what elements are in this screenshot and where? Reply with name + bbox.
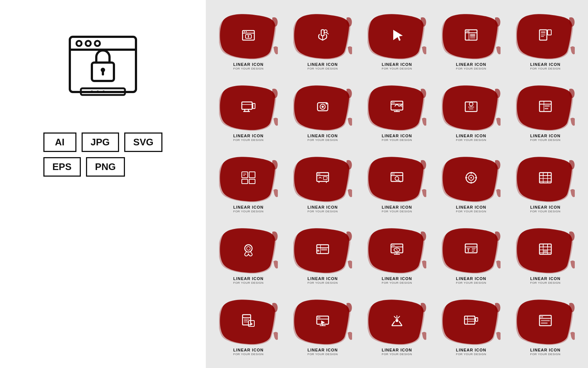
icon-cell-1: LINEAR ICONFOR YOUR DESIGN: [287, 7, 358, 75]
icon-cell-23: LINEAR ICONFOR YOUR DESIGN: [436, 293, 506, 361]
icon-cell-2: LINEAR ICONFOR YOUR DESIGN: [362, 7, 432, 75]
icon-label-sub-9: FOR YOUR DESIGN: [530, 138, 561, 142]
icon-label-main-21: LINEAR ICON: [308, 348, 338, 353]
svg-point-156: [541, 316, 542, 317]
camera-icon: [315, 99, 330, 116]
icon-cell-11: LINEAR ICONFOR YOUR DESIGN: [287, 150, 358, 218]
document-icon: [241, 313, 256, 330]
icon-label-sub-18: FOR YOUR DESIGN: [456, 281, 487, 285]
brush-container-12: [368, 155, 426, 203]
brush-container-1: [293, 12, 352, 60]
icon-label-main-9: LINEAR ICON: [530, 134, 561, 138]
svg-point-3: [86, 41, 91, 46]
svg-point-69: [318, 173, 319, 174]
brush-container-17: [368, 226, 426, 274]
svg-point-70: [319, 173, 320, 174]
icon-label-sub-10: FOR YOUR DESIGN: [233, 210, 264, 213]
left-panel: AI JPG SVG EPS PNG: [0, 0, 206, 368]
icon-label-6: LINEAR ICONFOR YOUR DESIGN: [308, 134, 338, 142]
browser-code-icon: [464, 28, 478, 45]
svg-point-10: [97, 91, 99, 93]
svg-point-2: [76, 41, 82, 46]
icon-label-main-6: LINEAR ICON: [308, 134, 338, 138]
icon-cell-19: LINEAR ICONFOR YOUR DESIGN: [510, 222, 581, 289]
svg-rect-60: [545, 108, 548, 109]
svg-point-28: [466, 31, 467, 32]
icon-label-main-12: LINEAR ICON: [382, 205, 412, 210]
icon-label-2: LINEAR ICONFOR YOUR DESIGN: [382, 62, 412, 71]
web-lock-icon: [241, 28, 256, 45]
icon-label-main-18: LINEAR ICON: [456, 276, 487, 281]
hand-icon: [315, 28, 330, 45]
icon-label-main-23: LINEAR ICON: [456, 348, 487, 353]
svg-point-100: [317, 250, 319, 252]
icon-label-sub-5: FOR YOUR DESIGN: [233, 138, 264, 142]
icon-label-19: LINEAR ICONFOR YOUR DESIGN: [530, 276, 561, 285]
svg-marker-49: [399, 104, 402, 107]
icon-label-21: LINEAR ICONFOR YOUR DESIGN: [308, 348, 338, 356]
icon-label-main-7: LINEAR ICON: [382, 134, 412, 138]
brush-container-16: [293, 226, 352, 274]
badge-jpg: JPG: [82, 132, 119, 152]
icon-label-main-17: LINEAR ICON: [382, 276, 412, 281]
icon-label-15: LINEAR ICONFOR YOUR DESIGN: [233, 276, 264, 285]
svg-rect-71: [323, 177, 327, 180]
brush-container-19: [516, 226, 575, 274]
icon-label-sub-24: FOR YOUR DESIGN: [530, 353, 561, 356]
svg-rect-59: [545, 105, 550, 107]
icon-label-sub-2: FOR YOUR DESIGN: [382, 67, 412, 71]
icon-cell-9: LINEAR ICONFOR YOUR DESIGN: [510, 79, 581, 146]
video-icon: [315, 313, 330, 330]
icon-label-sub-13: FOR YOUR DESIGN: [456, 210, 487, 213]
calendar-icon: [538, 170, 553, 187]
svg-point-96: [247, 247, 250, 250]
icon-label-sub-7: FOR YOUR DESIGN: [382, 138, 412, 142]
brush-container-5: [219, 84, 278, 131]
icon-label-sub-21: FOR YOUR DESIGN: [308, 353, 338, 356]
browser-bar-icon: [464, 313, 478, 330]
svg-point-76: [392, 173, 393, 174]
svg-rect-26: [470, 34, 475, 37]
icon-label-sub-17: FOR YOUR DESIGN: [382, 281, 412, 285]
icon-label-16: LINEAR ICONFOR YOUR DESIGN: [308, 276, 338, 285]
icon-cell-21: LINEAR ICONFOR YOUR DESIGN: [287, 293, 358, 361]
main-icon-container: [59, 15, 147, 103]
icon-label-main-5: LINEAR ICON: [233, 134, 264, 138]
icon-label-12: LINEAR ICONFOR YOUR DESIGN: [382, 205, 412, 213]
icon-label-main-8: LINEAR ICON: [456, 134, 487, 138]
icon-label-main-16: LINEAR ICON: [308, 276, 338, 281]
icon-label-sub-23: FOR YOUR DESIGN: [456, 353, 487, 356]
icon-label-main-1: LINEAR ICON: [308, 62, 338, 67]
svg-point-43: [322, 106, 324, 108]
svg-rect-124: [544, 250, 547, 252]
icon-label-main-19: LINEAR ICON: [530, 276, 561, 281]
icon-label-sub-15: FOR YOUR DESIGN: [233, 281, 264, 285]
profile-icon: [464, 99, 478, 116]
format-badges: AI JPG SVG EPS PNG: [43, 132, 163, 177]
icon-cell-16: LINEAR ICONFOR YOUR DESIGN: [287, 222, 358, 289]
brush-container-4: [516, 12, 575, 60]
badge-eps: EPS: [43, 157, 81, 177]
icon-label-sub-19: FOR YOUR DESIGN: [530, 281, 561, 285]
icon-cell-7: LINEAR ICONFOR YOUR DESIGN: [362, 79, 432, 146]
icon-label-main-14: LINEAR ICON: [530, 205, 561, 210]
svg-rect-101: [321, 248, 327, 251]
icon-label-sub-1: FOR YOUR DESIGN: [308, 67, 338, 71]
icon-label-sub-14: FOR YOUR DESIGN: [530, 210, 561, 213]
svg-point-48: [394, 102, 395, 103]
svg-rect-61: [242, 172, 248, 178]
icon-label-0: LINEAR ICONFOR YOUR DESIGN: [233, 62, 264, 71]
svg-point-104: [392, 245, 393, 246]
svg-rect-31: [548, 30, 551, 35]
browser-settings-icon: [390, 170, 404, 187]
svg-rect-64: [249, 179, 255, 184]
brush-container-9: [516, 84, 575, 131]
svg-point-135: [319, 317, 320, 318]
svg-rect-155: [541, 322, 548, 324]
svg-point-95: [245, 245, 252, 252]
icon-label-sub-6: FOR YOUR DESIGN: [308, 138, 338, 142]
badge-png: PNG: [86, 157, 125, 177]
icon-label-main-4: LINEAR ICON: [530, 62, 561, 67]
svg-marker-131: [250, 322, 253, 326]
svg-rect-32: [541, 31, 545, 33]
